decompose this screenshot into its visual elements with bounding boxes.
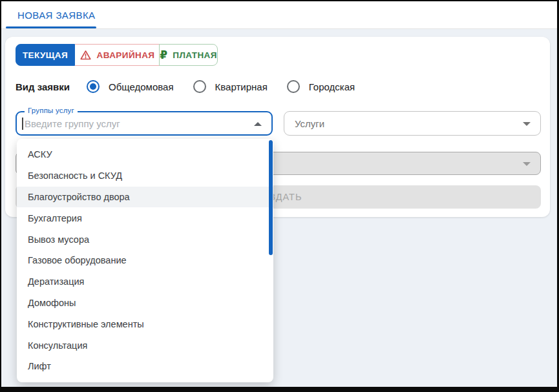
dropdown-option[interactable]: Лифт	[17, 356, 273, 377]
warning-icon	[79, 49, 92, 61]
service-group-dropdown: АСКУ Безопасность и СКУД Благоустройство…	[17, 139, 273, 382]
radio-city-label: Городская	[309, 81, 355, 92]
chevron-down-icon	[523, 162, 531, 166]
radio-city[interactable]: Городская	[287, 80, 355, 93]
dropdown-option[interactable]: Дератизация	[17, 271, 273, 293]
type-paid-button[interactable]: ₽ ПЛАТНАЯ	[159, 44, 218, 66]
radio-button-icon	[193, 80, 206, 93]
dropdown-option[interactable]: Домофоны	[17, 293, 273, 314]
ruble-icon: ₽	[160, 50, 167, 61]
type-emergency-button[interactable]: АВАРИЙНАЯ	[75, 44, 160, 66]
request-kind-label: Вид заявки	[16, 81, 70, 92]
service-group-input[interactable]	[23, 112, 249, 134]
services-select-label: Услуги	[295, 112, 324, 135]
tab-bar: НОВАЯ ЗАЯВКА	[1, 1, 557, 29]
dropdown-option[interactable]: Бухгалтерия	[17, 207, 273, 229]
radio-apartment-label: Квартирная	[215, 81, 268, 92]
chevron-down-icon[interactable]	[523, 122, 531, 126]
dropdown-option[interactable]: Газовое оборудование	[17, 250, 273, 271]
tab-new-request[interactable]: НОВАЯ ЗАЯВКА	[17, 1, 95, 29]
radio-common-house[interactable]: Общедомовая	[87, 80, 173, 93]
radio-button-icon	[87, 80, 100, 93]
radio-common-house-label: Общедомовая	[109, 81, 173, 92]
request-kind-row: Вид заявки Общедомовая Квартирная Городс…	[16, 78, 374, 95]
type-paid-label: ПЛАТНАЯ	[173, 50, 217, 60]
request-type-toggle: ТЕКУЩАЯ АВАРИЙНАЯ ₽ ПЛАТНАЯ	[16, 44, 218, 66]
dropdown-option[interactable]: Безопасность и СКУД	[17, 165, 273, 187]
dropdown-option[interactable]: Вывоз мусора	[17, 229, 273, 250]
radio-button-icon	[287, 80, 300, 93]
dropdown-option[interactable]: АСКУ	[17, 144, 273, 165]
dropdown-option[interactable]: Конструктивные элементы	[17, 313, 273, 335]
app-window: НОВАЯ ЗАЯВКА ТЕКУЩАЯ АВАРИЙНАЯ ₽ ПЛАТНАЯ…	[0, 0, 559, 392]
services-select[interactable]: Услуги	[284, 111, 541, 136]
chevron-up-icon[interactable]	[254, 122, 262, 126]
type-current-button[interactable]: ТЕКУЩАЯ	[16, 44, 75, 66]
service-group-combobox[interactable]: Группы услуг	[16, 111, 273, 136]
dropdown-option[interactable]: Консультация	[17, 335, 273, 356]
tab-active-indicator	[6, 26, 96, 28]
radio-apartment[interactable]: Квартирная	[193, 80, 268, 93]
dropdown-option[interactable]: Благоустройство двора	[17, 187, 273, 208]
scrollbar-thumb[interactable]	[269, 140, 273, 255]
type-emergency-label: АВАРИЙНАЯ	[97, 50, 155, 60]
